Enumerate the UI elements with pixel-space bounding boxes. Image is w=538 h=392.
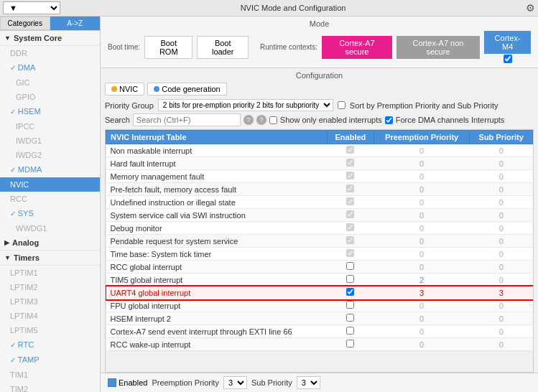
enabled-cell[interactable] <box>327 209 374 222</box>
enabled-indicator: Enabled <box>108 378 147 387</box>
tab-az[interactable]: A->Z <box>50 17 101 30</box>
sub-priority-cell: 0 <box>470 170 533 183</box>
sidebar-item-gic[interactable]: GIC <box>0 75 100 90</box>
info-icon-1[interactable]: ? <box>244 115 254 125</box>
top-dropdown[interactable]: ▼ <box>3 1 60 14</box>
sidebar-item-lptim1[interactable]: LPTIM1 <box>0 266 100 280</box>
enabled-checkbox[interactable] <box>346 172 354 179</box>
sidebar-item-rcc[interactable]: RCC <box>0 192 100 206</box>
force-dma-label: Force DMA channels Interrupts <box>396 116 505 124</box>
enabled-cell[interactable] <box>327 299 374 312</box>
sidebar-item-iwdg2[interactable]: IWDG2 <box>0 148 100 162</box>
sidebar-item[interactable]: DDR <box>0 46 100 60</box>
enabled-checkbox[interactable] <box>346 236 354 244</box>
tab-nvic[interactable]: NVIC <box>105 83 144 95</box>
sidebar-item-hsem[interactable]: HSEM <box>0 104 100 119</box>
sidebar-item-lptim2[interactable]: LPTIM2 <box>0 280 100 294</box>
preemption-priority-select[interactable]: 3 <box>223 376 247 389</box>
enabled-cell[interactable] <box>327 286 374 299</box>
enabled-checkbox[interactable] <box>346 159 354 167</box>
priority-group-select[interactable]: 2 bits for pre-emption priority 2 bits f… <box>158 99 333 111</box>
enabled-cell[interactable] <box>327 261 374 274</box>
search-label: Search <box>105 116 130 124</box>
table-row: Hard fault interrupt00 <box>106 157 533 170</box>
enabled-cell[interactable] <box>327 325 374 338</box>
enabled-checkbox[interactable] <box>346 262 354 270</box>
tab-categories[interactable]: Categories <box>0 17 50 30</box>
boot-rom-btn[interactable]: Boot ROM <box>144 36 193 59</box>
table-row: FPU global interrupt00 <box>106 299 533 312</box>
enabled-checkbox[interactable] <box>346 210 354 218</box>
sidebar-item-ipcc[interactable]: IPCC <box>0 119 100 134</box>
sidebar-item-iwdg1[interactable]: IWDG1 <box>0 134 100 148</box>
sub-priority-cell: 0 <box>470 144 533 157</box>
timers-label: Timers <box>14 253 40 262</box>
enabled-checkbox[interactable] <box>346 146 354 154</box>
analog-label: Analog <box>12 238 39 247</box>
sidebar-item-wwdg1[interactable]: WWDG1 <box>0 221 100 235</box>
sidebar-item-nvic[interactable]: NVIC <box>0 177 100 192</box>
sidebar-item-lptim5[interactable]: LPTIM5 <box>0 323 100 337</box>
enabled-checkbox[interactable] <box>346 288 354 296</box>
sidebar-item-tamp[interactable]: TAMP <box>0 353 100 368</box>
force-dma-checkbox[interactable] <box>385 116 393 124</box>
enabled-checkbox[interactable] <box>346 249 354 257</box>
preemption-cell: 0 <box>374 196 470 209</box>
sidebar-item-gpio[interactable]: GPIO <box>0 90 100 104</box>
enabled-checkbox[interactable] <box>346 327 354 335</box>
enabled-cell[interactable] <box>327 196 374 209</box>
interrupt-name: Debug monitor <box>106 222 328 235</box>
enabled-checkbox[interactable] <box>346 185 354 192</box>
nvic-table: NVIC Interrupt Table Enabled Preemption … <box>106 130 533 351</box>
info-icon-2[interactable]: ? <box>256 115 266 125</box>
enabled-cell[interactable] <box>327 170 374 183</box>
sub-priority-cell: 0 <box>470 235 533 248</box>
enabled-cell[interactable] <box>327 144 374 157</box>
cortex-a7-non-secure-btn[interactable]: Cortex-A7 non secure <box>396 36 481 59</box>
enabled-checkbox[interactable] <box>346 197 354 205</box>
cortex-a7-secure-btn[interactable]: Cortex-A7 secure <box>322 36 392 59</box>
interrupt-name: FPU global interrupt <box>106 299 328 312</box>
enabled-cell[interactable] <box>327 183 374 196</box>
enabled-checkbox[interactable] <box>346 275 354 283</box>
enabled-cell[interactable] <box>327 222 374 235</box>
enabled-cell[interactable] <box>327 235 374 248</box>
enabled-checkbox[interactable] <box>346 314 354 322</box>
gear-icon[interactable]: ⚙ <box>526 2 535 14</box>
search-input[interactable] <box>133 113 241 126</box>
sidebar-item-mdma[interactable]: MDMA <box>0 162 100 177</box>
sidebar-item-dma[interactable]: DMA <box>0 60 100 75</box>
table-row: Time base: System tick timer00 <box>106 248 533 261</box>
interrupt-name: Time base: System tick timer <box>106 248 328 261</box>
enabled-cell[interactable] <box>327 312 374 325</box>
sidebar-section-system-core[interactable]: ▼ System Core <box>0 31 100 46</box>
table-row: Undefined instruction or illegal state00 <box>106 196 533 209</box>
show-only-enabled-checkbox[interactable] <box>269 116 277 124</box>
tab-code-generation[interactable]: Code generation <box>147 83 226 95</box>
sidebar-section-analog[interactable]: ▶ Analog <box>0 235 100 251</box>
table-row: Non maskable interrupt00 <box>106 144 533 157</box>
cortex-m4-checkbox[interactable] <box>504 55 512 63</box>
enabled-cell[interactable] <box>327 274 374 286</box>
nvic-table-wrap: NVIC Interrupt Table Enabled Preemption … <box>105 129 534 373</box>
enabled-cell[interactable] <box>327 338 374 351</box>
enabled-checkbox[interactable] <box>346 223 354 231</box>
enabled-cell[interactable] <box>327 248 374 261</box>
enabled-color-box <box>108 378 116 387</box>
sidebar-item-tim1[interactable]: TIM1 <box>0 368 100 382</box>
sub-priority-select[interactable]: 3 <box>297 376 320 389</box>
sidebar-item-lptim3[interactable]: LPTIM3 <box>0 294 100 309</box>
col-header-preemption: Preemption Priority <box>374 131 470 144</box>
enabled-checkbox[interactable] <box>346 340 354 347</box>
table-row: TIM5 global interrupt20 <box>106 274 533 286</box>
sort-checkbox[interactable] <box>338 101 345 109</box>
sidebar-section-timers[interactable]: ▼ Timers <box>0 251 100 266</box>
sidebar-item-lptim4[interactable]: LPTIM4 <box>0 309 100 323</box>
enabled-checkbox[interactable] <box>346 301 354 309</box>
enabled-cell[interactable] <box>327 157 374 170</box>
cortex-m4-btn[interactable]: Cortex-M4 <box>484 31 531 54</box>
sidebar-item-rtc[interactable]: RTC <box>0 337 100 353</box>
boot-loader-btn[interactable]: Boot loader <box>197 36 249 59</box>
sidebar-item-tim2[interactable]: TIM2 <box>0 382 100 392</box>
sidebar-item-sys[interactable]: SYS <box>0 206 100 221</box>
